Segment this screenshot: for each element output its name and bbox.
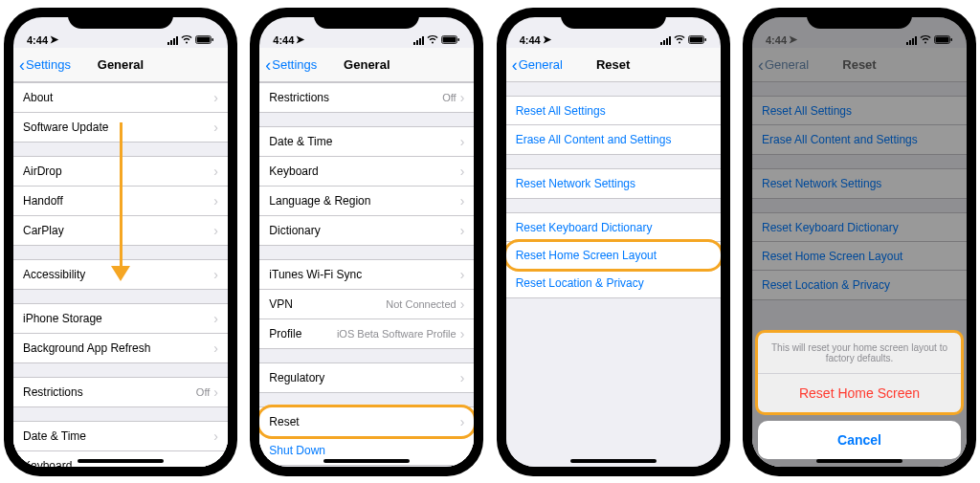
back-button[interactable]: ‹ Settings (19, 56, 71, 74)
row-label: AirDrop (23, 165, 62, 178)
chevron-left-icon: ‹ (512, 56, 518, 74)
row-restrictions[interactable]: RestrictionsOff› (13, 378, 228, 406)
chevron-right-icon: › (213, 90, 218, 105)
notch (314, 8, 419, 29)
row-keyboard[interactable]: Keyboard› (259, 157, 474, 187)
row-about[interactable]: About› (13, 83, 228, 113)
action-sheet: This will reset your home screen layout … (758, 333, 961, 459)
chevron-right-icon: › (213, 223, 218, 238)
chevron-right-icon: › (213, 193, 218, 209)
chevron-right-icon: › (460, 164, 465, 179)
row-label: Reset (269, 415, 299, 428)
signal-icon (413, 36, 424, 45)
chevron-right-icon: › (213, 384, 218, 400)
notch (68, 8, 173, 29)
chevron-right-icon: › (213, 428, 218, 444)
settings-group: RestrictionsOff› (259, 82, 474, 113)
row-profile[interactable]: ProfileiOS Beta Software Profile› (259, 319, 474, 348)
settings-group: Accessibility› (13, 259, 228, 290)
row-language-region[interactable]: Language & Region› (259, 187, 474, 216)
back-label: Settings (272, 57, 317, 72)
back-button[interactable]: ‹ General (512, 56, 563, 74)
row-detail: Off (442, 92, 456, 103)
chevron-right-icon: › (460, 193, 465, 209)
location-icon: ➤ (543, 33, 551, 46)
row-reset-home-screen-layout[interactable]: Reset Home Screen Layout (506, 239, 721, 272)
row-label: CarPlay (23, 224, 64, 237)
settings-list: Reset All SettingsErase All Content and … (506, 82, 721, 467)
row-software-update[interactable]: Software Update› (13, 113, 228, 142)
row-accessibility[interactable]: Accessibility› (13, 260, 228, 289)
chevron-right-icon: › (460, 296, 465, 312)
row-regulatory[interactable]: Regulatory› (259, 363, 474, 392)
row-iphone-storage[interactable]: iPhone Storage› (13, 304, 228, 334)
row-restrictions[interactable]: RestrictionsOff› (259, 83, 474, 112)
row-label: Reset All Settings (516, 104, 606, 118)
row-label: Date & Time (269, 135, 332, 148)
signal-icon (167, 36, 178, 45)
settings-group: Regulatory› (259, 362, 474, 393)
chevron-left-icon: ‹ (19, 56, 25, 74)
nav-bar: ‹ Settings General (259, 48, 474, 82)
row-label: Handoff (23, 194, 63, 208)
nav-bar: ‹ Settings General (13, 48, 228, 82)
nav-bar: ‹ General Reset (506, 48, 721, 82)
back-button[interactable]: ‹ Settings (265, 56, 317, 74)
chevron-right-icon: › (213, 311, 218, 326)
chevron-right-icon: › (460, 267, 465, 282)
row-label: Language & Region (269, 194, 370, 208)
row-vpn[interactable]: VPNNot Connected› (259, 290, 474, 319)
row-detail: Not Connected (386, 298, 456, 310)
row-date-time[interactable]: Date & Time› (259, 127, 474, 157)
settings-group: Reset Keyboard DictionaryReset Home Scre… (506, 212, 721, 298)
row-handoff[interactable]: Handoff› (13, 187, 228, 216)
row-label: Background App Refresh (23, 341, 150, 355)
row-label: Reset Home Screen Layout (516, 249, 657, 262)
chevron-right-icon: › (213, 267, 218, 282)
signal-icon (660, 36, 671, 45)
status-time: 4:44 (520, 34, 541, 46)
row-label: Software Update (23, 121, 108, 134)
row-label: Reset Keyboard Dictionary (516, 221, 653, 234)
phone-frame-4: 4:44 ➤ ‹ General Reset Reset All Setting… (743, 8, 976, 476)
row-label: Erase All Content and Settings (516, 133, 672, 146)
row-reset[interactable]: Reset› (259, 405, 474, 439)
chevron-right-icon: › (460, 414, 465, 429)
row-label: Dictionary (269, 224, 320, 237)
row-date-time[interactable]: Date & Time› (13, 422, 228, 451)
row-reset-location-privacy[interactable]: Reset Location & Privacy (506, 269, 721, 297)
row-label: Accessibility (23, 268, 85, 281)
cancel-button[interactable]: Cancel (758, 421, 961, 459)
row-background-app-refresh[interactable]: Background App Refresh› (13, 334, 228, 362)
settings-group: Reset All SettingsErase All Content and … (506, 96, 721, 155)
row-label: Reset Network Settings (516, 177, 635, 190)
back-label: Settings (26, 57, 71, 72)
row-airdrop[interactable]: AirDrop› (13, 157, 228, 187)
settings-group: About›Software Update› (13, 82, 228, 143)
battery-icon (441, 35, 460, 46)
battery-icon (688, 35, 707, 46)
svg-rect-2 (212, 38, 214, 41)
back-label: General (519, 57, 563, 72)
row-label: Regulatory (269, 371, 324, 384)
chevron-right-icon: › (213, 458, 218, 467)
row-dictionary[interactable]: Dictionary› (259, 216, 474, 245)
row-itunes-wi-fi-sync[interactable]: iTunes Wi-Fi Sync› (259, 260, 474, 290)
chevron-right-icon: › (213, 120, 218, 135)
row-label: About (23, 91, 53, 104)
row-reset-keyboard-dictionary[interactable]: Reset Keyboard Dictionary (506, 213, 721, 242)
row-reset-all-settings[interactable]: Reset All Settings (506, 97, 721, 125)
home-indicator (78, 459, 164, 463)
row-detail: Off (196, 386, 210, 398)
phone-frame-1: 4:44 ➤ ‹ Settings General About›Software… (4, 8, 237, 476)
row-carplay[interactable]: CarPlay› (13, 216, 228, 245)
row-label: Keyboard (23, 459, 72, 467)
reset-home-screen-button[interactable]: Reset Home Screen (758, 374, 961, 412)
settings-group: AirDrop›Handoff›CarPlay› (13, 156, 228, 246)
row-label: Profile (269, 327, 301, 340)
row-reset-network-settings[interactable]: Reset Network Settings (506, 169, 721, 198)
svg-rect-7 (689, 37, 702, 43)
row-label: VPN (269, 297, 293, 311)
svg-rect-1 (197, 37, 211, 43)
row-erase-all-content-and-settings[interactable]: Erase All Content and Settings (506, 125, 721, 154)
